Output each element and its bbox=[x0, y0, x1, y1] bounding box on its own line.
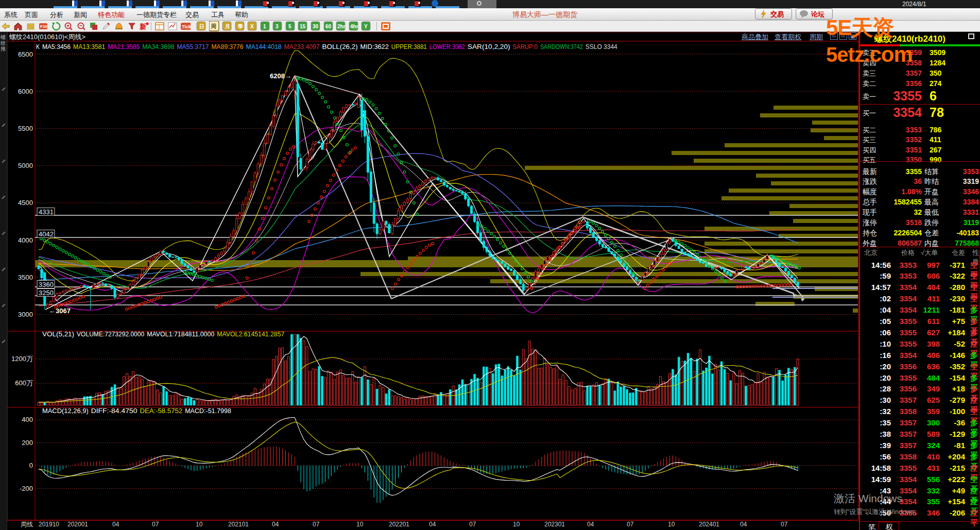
svg-text:SARUP:0: SARUP:0 bbox=[513, 43, 538, 50]
svg-text:04: 04 bbox=[740, 521, 747, 528]
svg-text:BOLL(26,2): BOLL(26,2) bbox=[322, 43, 358, 50]
svg-text:3000: 3000 bbox=[18, 311, 33, 318]
svg-text:201910: 201910 bbox=[39, 521, 59, 528]
svg-text:MAVOL2:6145141.2857: MAVOL2:6145141.2857 bbox=[217, 330, 284, 338]
svg-text:新: 新 bbox=[139, 23, 146, 30]
svg-text:K: K bbox=[36, 43, 40, 50]
svg-text:MA89:3776: MA89:3776 bbox=[212, 43, 244, 50]
svg-text:UPPER:3881: UPPER:3881 bbox=[391, 43, 427, 50]
svg-text:10: 10 bbox=[196, 521, 203, 528]
svg-text:1: 1 bbox=[263, 24, 266, 29]
svg-text:日: 日 bbox=[199, 24, 204, 29]
svg-text:202401: 202401 bbox=[699, 521, 719, 528]
svg-text:30: 30 bbox=[313, 24, 319, 29]
svg-text:MA233:4097: MA233:4097 bbox=[284, 43, 320, 50]
svg-text:600万: 600万 bbox=[15, 379, 33, 387]
svg-text:LOWER:3362: LOWER:3362 bbox=[429, 43, 465, 50]
svg-text:4hr: 4hr bbox=[350, 24, 358, 29]
svg-text:MACD(12,26,9): MACD(12,26,9) bbox=[42, 407, 89, 415]
svg-text:MA5:3456: MA5:3456 bbox=[42, 43, 71, 50]
svg-text:3360: 3360 bbox=[39, 281, 54, 288]
svg-text:5: 5 bbox=[288, 24, 291, 29]
svg-text:5000: 5000 bbox=[18, 162, 33, 169]
svg-text:-200: -200 bbox=[20, 485, 33, 492]
svg-text:SAR(10,2,20): SAR(10,2,20) bbox=[468, 43, 510, 50]
svg-text:MAVOL1:7184811.0000: MAVOL1:7184811.0000 bbox=[147, 330, 214, 338]
svg-text:07: 07 bbox=[469, 521, 476, 528]
svg-text:07: 07 bbox=[781, 521, 788, 528]
svg-text:MACD:-51.7998: MACD:-51.7998 bbox=[185, 407, 231, 415]
svg-text:07: 07 bbox=[313, 521, 320, 528]
svg-text:10: 10 bbox=[356, 521, 364, 528]
svg-text:6500: 6500 bbox=[18, 50, 33, 58]
svg-text:4331: 4331 bbox=[39, 208, 54, 216]
svg-text:X: X bbox=[250, 24, 254, 29]
svg-text:6000: 6000 bbox=[18, 88, 33, 95]
svg-text:DIFF:-84.4750: DIFF:-84.4750 bbox=[91, 407, 137, 415]
svg-text:3500: 3500 bbox=[18, 273, 33, 281]
svg-text:10: 10 bbox=[668, 521, 675, 528]
svg-text:04: 04 bbox=[587, 521, 594, 528]
svg-text:4042: 4042 bbox=[39, 230, 54, 238]
svg-text:1200万: 1200万 bbox=[11, 355, 33, 363]
svg-text:6208→: 6208→ bbox=[270, 72, 291, 80]
svg-text:200: 200 bbox=[22, 439, 33, 447]
svg-text:周线: 周线 bbox=[21, 521, 33, 528]
svg-text:MA34:3698: MA34:3698 bbox=[142, 43, 174, 50]
svg-text:SARDOWN:3742: SARDOWN:3742 bbox=[540, 43, 583, 50]
svg-text:季: 季 bbox=[237, 24, 243, 29]
svg-text:←3067: ←3067 bbox=[49, 307, 71, 315]
svg-text:0: 0 bbox=[29, 461, 33, 469]
svg-text:400: 400 bbox=[22, 416, 33, 423]
svg-text:2hr: 2hr bbox=[337, 24, 346, 29]
svg-text:Y: Y bbox=[364, 24, 368, 29]
svg-text:60: 60 bbox=[325, 24, 332, 29]
svg-text:3250: 3250 bbox=[39, 289, 54, 297]
svg-text:5500: 5500 bbox=[18, 125, 33, 132]
svg-text:04: 04 bbox=[429, 521, 436, 528]
svg-text:MA144:4018: MA144:4018 bbox=[246, 43, 282, 50]
svg-text:202001: 202001 bbox=[67, 521, 88, 528]
svg-text:MID:3622: MID:3622 bbox=[360, 43, 389, 50]
svg-text:4500: 4500 bbox=[18, 199, 33, 207]
svg-text:07: 07 bbox=[627, 521, 634, 528]
svg-text:10: 10 bbox=[513, 521, 520, 528]
svg-text:SSLO 3344: SSLO 3344 bbox=[586, 43, 617, 50]
svg-text:MA55:3717: MA55:3717 bbox=[177, 43, 209, 50]
svg-text:04: 04 bbox=[272, 521, 279, 528]
svg-text:07: 07 bbox=[152, 521, 159, 528]
svg-text:15: 15 bbox=[300, 24, 306, 29]
svg-text:VOLUME:7273292.0000: VOLUME:7273292.0000 bbox=[77, 330, 144, 338]
svg-text:Tick: Tick bbox=[182, 24, 191, 29]
svg-text:3: 3 bbox=[276, 24, 279, 29]
svg-text:202101: 202101 bbox=[228, 521, 249, 528]
svg-text:VOL(5,21): VOL(5,21) bbox=[42, 330, 74, 338]
svg-text:04: 04 bbox=[112, 521, 119, 528]
svg-text:202301: 202301 bbox=[544, 521, 565, 528]
svg-text:202201: 202201 bbox=[389, 521, 409, 528]
svg-text:MA21:3585: MA21:3585 bbox=[108, 43, 140, 50]
svg-text:周: 周 bbox=[210, 23, 216, 29]
svg-text:MA13:3581: MA13:3581 bbox=[73, 43, 105, 50]
svg-text:DEA:-58.5752: DEA:-58.5752 bbox=[140, 407, 182, 415]
svg-text:月: 月 bbox=[225, 24, 230, 29]
svg-text:F10: F10 bbox=[40, 24, 47, 29]
svg-text:4000: 4000 bbox=[18, 236, 33, 244]
